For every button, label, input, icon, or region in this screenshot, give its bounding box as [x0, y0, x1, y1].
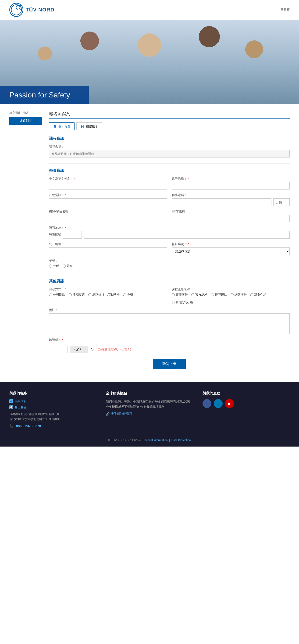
captcha-required: *	[62, 338, 63, 342]
source-label: 課程訊息來源：	[172, 287, 290, 292]
address-label: 通訊地址： *	[49, 226, 290, 230]
payment-check-radio[interactable]	[69, 293, 72, 296]
source-other-radio[interactable]	[172, 301, 175, 304]
svg-point-1	[16, 5, 20, 9]
footer-global-text: 我們在歐洲、美洲、中東以及亞洲的70多個國家設有超過100家分支機構,也可搜尋就…	[106, 399, 193, 410]
remark-group: 備註：	[49, 308, 290, 334]
payment-check-label: 即期支票	[73, 292, 85, 297]
source-online-ad-radio[interactable]	[230, 293, 234, 296]
payment-free-radio[interactable]	[123, 293, 126, 296]
facebook-button[interactable]: f	[202, 399, 212, 408]
source-flyer-radio[interactable]	[172, 293, 175, 296]
source-radio-group: 實體廣告 官方網站 搜尋網站 網路廣告	[172, 292, 290, 304]
lunch-label: 午餐：	[49, 258, 290, 263]
lunch-normal-option[interactable]: 一般	[49, 264, 59, 268]
course-name-input[interactable]	[49, 150, 290, 158]
payment-transfer-option[interactable]: 公司匯款	[49, 292, 65, 297]
payment-transfer-label: 公司匯款	[53, 292, 65, 297]
content-area: 報名填寫頁 👤 個人報名 👥 團體報名 課程資訊： 課程名稱： 學員資訊：	[49, 111, 290, 375]
service-link-icon: 🔗	[106, 412, 110, 416]
footer-email-label: 聯絡信箱	[14, 399, 27, 403]
youtube-button[interactable]: ▶	[225, 399, 234, 408]
lunch-group: 午餐： 一般 素食	[49, 258, 290, 268]
mobile-group: 行動電話： *	[49, 193, 167, 206]
session-select[interactable]: 請選擇場次	[172, 248, 290, 255]
logo-area: TÜV NORD	[9, 3, 54, 17]
source-search-option[interactable]: 搜尋網站	[211, 292, 227, 297]
linkedin-button[interactable]: in	[214, 399, 222, 408]
captcha-input[interactable]	[49, 346, 68, 353]
chat-icon: 💬	[9, 406, 13, 409]
footer-contact: 與我們聯絡 ✉ 聯絡信箱 💬 客上客服 台灣德國北信技術監測顧問股份有限公司 台…	[9, 391, 96, 428]
footer-chat-link[interactable]: 💬 客上客服	[9, 405, 96, 410]
name-label: 中文及英文姓名： *	[49, 177, 167, 181]
org-group: 機關/單位名稱：	[49, 209, 167, 222]
org-input[interactable]	[49, 215, 167, 222]
submit-button[interactable]: 確認送出	[153, 359, 186, 369]
dept-input[interactable]	[172, 215, 290, 222]
name-group: 中文及英文姓名： *	[49, 177, 167, 190]
tab-individual[interactable]: 👤 個人報名	[49, 122, 74, 130]
tab-group-label: 團體報名	[86, 124, 98, 128]
lunch-veg-radio[interactable]	[62, 264, 66, 268]
name-input[interactable]	[49, 182, 167, 190]
lunch-veg-option[interactable]: 素食	[62, 264, 73, 268]
payment-check-option[interactable]: 即期支票	[69, 292, 85, 297]
session-group: 報名場次： * 請選擇場次	[172, 242, 290, 255]
student-section: 學員資訊： 中文及英文姓名： * 電子信箱： *	[49, 168, 290, 268]
footer-top: 與我們聯絡 ✉ 聯絡信箱 💬 客上客服 台灣德國北信技術監測顧問股份有限公司 台…	[9, 391, 290, 428]
session-label: 報名場次： *	[172, 242, 290, 246]
home-nav[interactable]: 回首頁	[280, 8, 290, 12]
tax-label: 統一編號：	[49, 242, 167, 246]
source-flyer-option[interactable]: 實體廣告	[172, 292, 188, 297]
contact-phone-label: 聯絡電話：	[172, 193, 290, 197]
tax-input[interactable]	[49, 248, 167, 255]
footer-contact-title: 與我們聯絡	[9, 391, 96, 396]
source-referral-option[interactable]: 親友介紹	[250, 292, 266, 297]
other-section-title: 其他資訊：	[49, 279, 290, 284]
footer-email-link[interactable]: ✉ 聯絡信箱	[9, 399, 96, 403]
source-search-radio[interactable]	[211, 293, 214, 296]
social-icons-row: f in ▶	[202, 399, 290, 408]
payment-label: 付款方式： *	[49, 287, 167, 292]
remark-textarea[interactable]	[49, 313, 290, 334]
sidebar-label: 教育訓練一覽表	[9, 111, 42, 115]
zip-input[interactable]	[63, 231, 82, 238]
tab-group[interactable]: 👥 團體報名	[76, 122, 102, 130]
payment-atm-radio[interactable]	[88, 293, 91, 296]
data-protection-link[interactable]: Data Protection	[172, 438, 191, 442]
source-website-option[interactable]: 官方網站	[191, 292, 208, 297]
mobile-label: 行動電話： *	[49, 193, 167, 197]
footer-service-link[interactable]: 🔗 查詢服務點資訊	[106, 412, 193, 416]
address-input[interactable]	[84, 231, 290, 238]
facebook-icon: f	[206, 402, 207, 406]
email-input[interactable]	[172, 182, 290, 190]
source-online-ad-option[interactable]: 網路廣告	[230, 292, 247, 297]
contact-phone-input[interactable]	[172, 198, 272, 206]
course-name-label: 課程名稱：	[49, 145, 290, 149]
remark-label: 備註：	[49, 308, 290, 312]
copyright-text: © TÜV NORD GROUP	[108, 438, 137, 442]
source-other-option[interactable]: 其他(請說明)	[172, 300, 193, 304]
student-section-title: 學員資訊：	[49, 168, 290, 173]
phone-icon: 📞	[9, 424, 13, 428]
mobile-input[interactable]	[49, 198, 167, 206]
source-online-ad-label: 網路廣告	[234, 292, 247, 297]
course-list-button[interactable]: 課程列表	[9, 117, 42, 125]
lunch-normal-radio[interactable]	[49, 264, 52, 268]
source-referral-radio[interactable]	[250, 293, 253, 296]
payment-atm-option[interactable]: 網路銀行／ATM轉帳	[88, 292, 120, 297]
footer-address: 台灣德國北信技術監測顧問股份有限公司 台北市106大安區敦化南路二段333號8樓	[9, 412, 96, 422]
payment-free-option[interactable]: 免費	[123, 292, 133, 297]
payment-transfer-radio[interactable]	[49, 293, 52, 296]
tab-individual-label: 個人報名	[58, 124, 70, 128]
group-icon: 👥	[80, 124, 84, 128]
phone-ext-input[interactable]	[273, 198, 290, 206]
editorial-link[interactable]: Editorial Information	[143, 438, 168, 442]
hero-title: Passion for Safety	[9, 91, 80, 99]
captcha-refresh-button[interactable]: ↻	[90, 347, 94, 352]
captcha-image: rZfr	[70, 346, 88, 353]
hero-overlay: Passion for Safety	[0, 86, 89, 104]
footer-phone: 📞 +886 2 2378-0578	[9, 424, 96, 428]
source-website-radio[interactable]	[191, 293, 194, 296]
